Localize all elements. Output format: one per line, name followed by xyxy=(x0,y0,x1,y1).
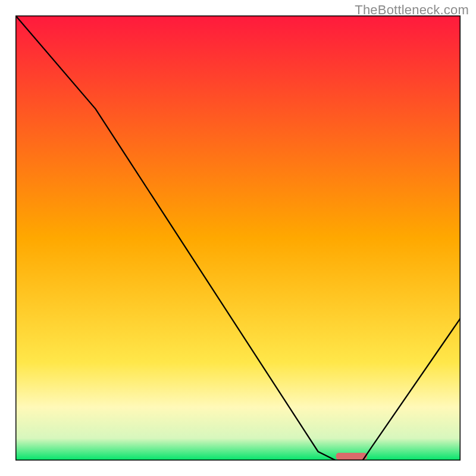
optimal-marker xyxy=(336,453,367,460)
chart-container: TheBottleneck.com xyxy=(0,0,476,476)
gradient-background xyxy=(15,15,461,461)
chart-svg xyxy=(15,15,461,461)
plot-area xyxy=(15,15,461,461)
